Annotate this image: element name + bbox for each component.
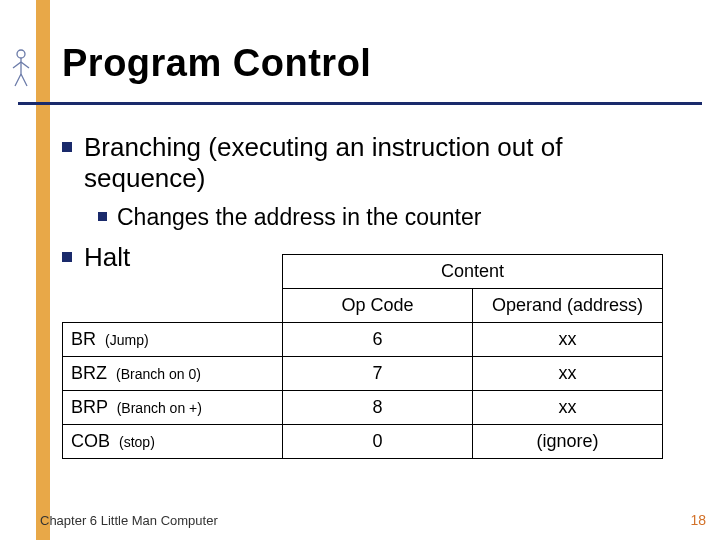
footer-text: Chapter 6 Little Man Computer [40, 513, 218, 528]
col-opcode: Op Code [283, 289, 473, 323]
bullet-text: Branching (executing an instruction out … [84, 132, 644, 194]
svg-line-4 [15, 74, 21, 86]
table-row-header-content: Content [63, 255, 663, 289]
title-underline [18, 102, 702, 105]
page-title: Program Control [62, 42, 371, 85]
table-row-header-cols: Op Code Operand (address) [63, 289, 663, 323]
subbullet-changes: Changes the address in the counter [98, 204, 702, 232]
row-label: BRP (Branch on +) [63, 390, 283, 424]
slide: Program Control Branching (executing an … [0, 0, 720, 540]
col-operand: Operand (address) [473, 289, 663, 323]
row-label: BR (Jump) [63, 322, 283, 356]
cell-opcode: 6 [283, 322, 473, 356]
cell-operand: xx [473, 390, 663, 424]
svg-point-0 [17, 50, 25, 58]
cell-opcode: 8 [283, 390, 473, 424]
little-man-icon [10, 48, 32, 88]
table-row: BR (Jump) 6 xx [63, 322, 663, 356]
cell-operand: (ignore) [473, 424, 663, 458]
cell-operand: xx [473, 356, 663, 390]
gutter-bar [36, 0, 50, 540]
row-label: BRZ (Branch on 0) [63, 356, 283, 390]
cell-operand: xx [473, 322, 663, 356]
table-row: BRP (Branch on +) 8 xx [63, 390, 663, 424]
svg-line-5 [21, 74, 27, 86]
cell-opcode: 0 [283, 424, 473, 458]
table-row: COB (stop) 0 (ignore) [63, 424, 663, 458]
content-header: Content [283, 255, 663, 289]
row-label: COB (stop) [63, 424, 283, 458]
cell-opcode: 7 [283, 356, 473, 390]
svg-line-2 [13, 62, 21, 68]
opcode-table: Content Op Code Operand (address) BR (Ju… [62, 254, 662, 459]
table-row: BRZ (Branch on 0) 7 xx [63, 356, 663, 390]
svg-line-3 [21, 62, 29, 68]
page-number: 18 [690, 512, 706, 528]
bullet-branching: Branching (executing an instruction out … [62, 132, 702, 194]
bullet-square-icon [62, 142, 72, 152]
bullet-text: Changes the address in the counter [117, 204, 481, 232]
bullet-square-icon [98, 212, 107, 221]
